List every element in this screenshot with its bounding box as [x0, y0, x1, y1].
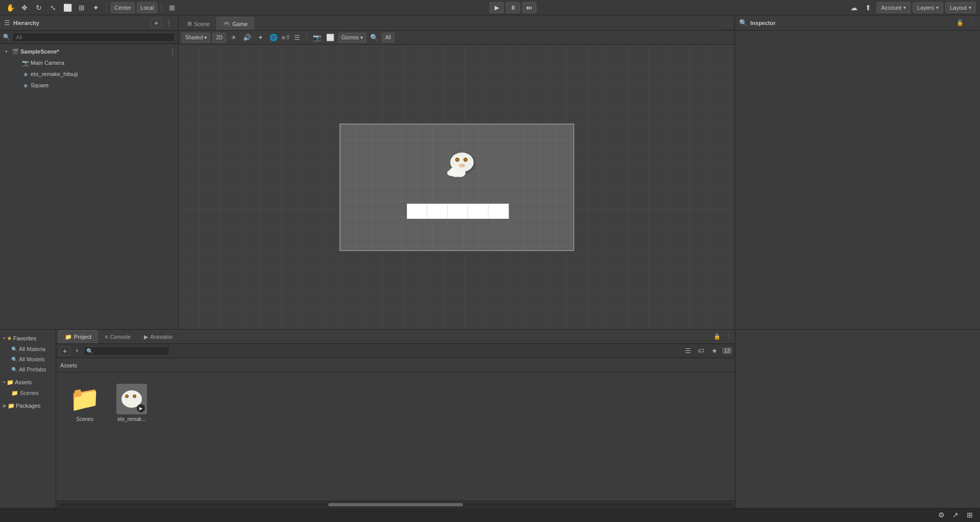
scrollbar-track[interactable] [59, 503, 732, 506]
scene-options-btn[interactable]: ☰ [291, 33, 303, 43]
shading-dropdown[interactable]: Shaded ▾ [182, 33, 210, 43]
scenes-label: Scenes [20, 390, 39, 396]
game-tab-label: Game [232, 21, 248, 27]
bottom-scrollbar[interactable] [56, 501, 735, 508]
inspector-menu-btn[interactable]: ⋮ [967, 18, 976, 28]
inspector-lock-btn[interactable]: 🔓 [955, 18, 965, 28]
pivot-center-label: Center [114, 5, 131, 11]
camera-icon: 📷 [21, 59, 30, 67]
project-down-btn[interactable]: ▾ [72, 346, 82, 356]
sheep-thumb: ▶ [116, 384, 147, 414]
collab-btn[interactable]: ☁ [848, 2, 860, 14]
scenes-folder-icon: 📁 [11, 390, 18, 396]
rect-tool-btn[interactable]: ⬜ [61, 2, 74, 14]
scene-panel-menu-btn[interactable]: ⋮ [723, 21, 732, 30]
mode-2d-btn[interactable]: 2D [212, 33, 226, 43]
toolbar-right: ☁ ⬆ Account ▾ Layers ▾ Layout ▾ [848, 2, 976, 14]
star-filter-btn[interactable]: ★ [709, 346, 720, 356]
effects-btn[interactable]: ✦ [255, 33, 266, 43]
list-view-btn[interactable]: ☰ [682, 346, 694, 356]
audio-btn[interactable]: 🔊 [241, 33, 253, 43]
bottom-area: ▾ ★ Favorites 🔍 All Materia 🔍 All Models… [0, 329, 980, 508]
hierarchy-content: ▾ 🎬 SampleScene* ⋮ ▾ 📷 Main Camera ▾ ◈ e… [0, 44, 178, 329]
play-btn[interactable]: ▶ [489, 2, 504, 13]
layers-label: Layers [917, 5, 934, 11]
hierarchy-search-input[interactable] [12, 33, 175, 42]
scene-options[interactable]: ⋮ [169, 47, 176, 56]
project-search-input[interactable] [84, 346, 169, 356]
account-label: Account [881, 5, 901, 11]
sidebar-favorites-group[interactable]: ▾ ★ Favorites [2, 333, 54, 344]
sidebar-item-all-models[interactable]: 🔍 All Models [2, 354, 54, 364]
tree-item-main-camera[interactable]: ▾ 📷 Main Camera [0, 57, 178, 68]
custom-tool-btn[interactable]: ✦ [90, 2, 102, 14]
hand-tool-btn[interactable]: ✋ [4, 2, 16, 14]
all-prefabs-search-icon: 🔍 [11, 367, 17, 372]
move-tool-btn[interactable]: ✥ [18, 2, 31, 14]
sheep-eye-left [455, 158, 459, 162]
scene-extra-btn[interactable]: ⬜ [325, 33, 336, 43]
gizmos-dropdown[interactable]: Gizmos ▾ [338, 33, 366, 43]
bottom-left-panel: 📁 Project ≡ Console ▶ Animator 🔒 ⋮ + ▾ 🔍 [56, 330, 735, 508]
platform-seg-5 [488, 204, 508, 218]
hierarchy-add-btn[interactable]: + [151, 18, 162, 28]
sidebar-packages-group[interactable]: ▶ 📁 Packages [2, 400, 54, 411]
transform-tool-btn[interactable]: ⊞ [76, 2, 88, 14]
scale-tool-btn[interactable]: ⤡ [47, 2, 59, 14]
sidebar-section-assets: ▾ 📁 Assets 📁 Scenes [0, 376, 56, 399]
bottom-icon-btn-2[interactable]: ↗ [949, 509, 962, 521]
tree-item-eto[interactable]: ▾ ◈ eto_remake_hitsuji [0, 68, 178, 80]
inspector-panel: 🔍 Inspector 🔓 ⋮ [735, 15, 980, 329]
search-icon-btn[interactable]: 🔍 [369, 33, 380, 43]
inspector-header: 🔍 Inspector 🔓 ⋮ [735, 15, 980, 31]
rotate-tool-btn[interactable]: ↻ [33, 2, 45, 14]
sidebar-item-all-materials[interactable]: 🔍 All Materia [2, 344, 54, 354]
layers-dropdown[interactable]: Layers ▾ [913, 2, 943, 13]
project-tab-label: Project [74, 334, 91, 340]
tree-item-scene[interactable]: ▾ 🎬 SampleScene* ⋮ [0, 46, 178, 57]
eto-icon: ◈ [21, 70, 30, 78]
scene-toolbar: Shaded ▾ 2D ☀ 🔊 ✦ 🌐 ⊕ 0 ☰ 📷 ⬜ Gizmos ▾ 🔍 [179, 31, 734, 45]
camera-toggle-btn[interactable]: 📷 [311, 33, 323, 43]
scenes-asset-label: Scenes [76, 416, 93, 422]
layers-chevron: ▾ [936, 5, 939, 10]
game-frame [339, 123, 574, 251]
toolbar-center: ▶ ⏸ ⏭ [489, 2, 536, 13]
bottom-icon-btn-1[interactable]: ⚙ [935, 509, 947, 521]
step-btn[interactable]: ⏭ [522, 2, 536, 13]
pause-btn[interactable]: ⏸ [506, 2, 520, 13]
shading-label: Shaded [185, 35, 203, 40]
sidebar-item-all-prefabs[interactable]: 🔍 All Prefabs [2, 364, 54, 375]
pivot-local-btn[interactable]: Local [137, 2, 157, 13]
tree-item-square[interactable]: ▾ ◈ Square [0, 80, 178, 91]
all-dropdown[interactable]: All [382, 33, 395, 43]
tab-scene[interactable]: ⊞ Scene [181, 17, 216, 30]
hierarchy-title: Hierarchy [13, 20, 39, 26]
lighting-btn[interactable]: ☀ [228, 33, 239, 43]
skybox-btn[interactable]: 🌐 [268, 33, 279, 43]
layout-dropdown[interactable]: Layout ▾ [945, 2, 976, 13]
hierarchy-panel: ☰ Hierarchy + ⋮ 🔍 ▾ 🎬 SampleScene* ⋮ ▾ 📷 [0, 15, 179, 329]
bottom-icon-btn-3[interactable]: ⊞ [964, 509, 976, 521]
sidebar-item-scenes[interactable]: 📁 Scenes [2, 388, 54, 398]
cloud-btn[interactable]: ⬆ [862, 2, 874, 14]
toolbar-divider-1 [106, 3, 107, 12]
asset-item-sheep[interactable]: ▶ eto_remak... [111, 381, 152, 425]
tab-animator[interactable]: ▶ Animator [137, 330, 179, 343]
asset-count-badge: 13 [722, 347, 732, 354]
all-prefabs-label: All Prefabs [19, 366, 46, 372]
filter-btn[interactable]: 🏷 [696, 346, 707, 356]
pivot-center-btn[interactable]: Center [111, 2, 135, 13]
account-dropdown[interactable]: Account ▾ [876, 2, 911, 13]
hierarchy-menu-btn[interactable]: ⋮ [164, 18, 174, 28]
project-lock-btn[interactable]: 🔒 [713, 332, 722, 341]
project-add-btn[interactable]: + [59, 346, 70, 356]
grid-btn[interactable]: ⊞ [166, 2, 178, 14]
asset-item-scenes[interactable]: 📁 Scenes [64, 381, 105, 425]
tab-console[interactable]: ≡ Console [98, 330, 137, 343]
tab-project[interactable]: 📁 Project [58, 330, 98, 343]
tab-game[interactable]: 🎮 Game [216, 17, 254, 30]
project-sidebar: ▾ ★ Favorites 🔍 All Materia 🔍 All Models… [0, 330, 56, 508]
project-panel-menu-btn[interactable]: ⋮ [724, 332, 733, 341]
sidebar-assets-group[interactable]: ▾ 📁 Assets [2, 377, 54, 388]
